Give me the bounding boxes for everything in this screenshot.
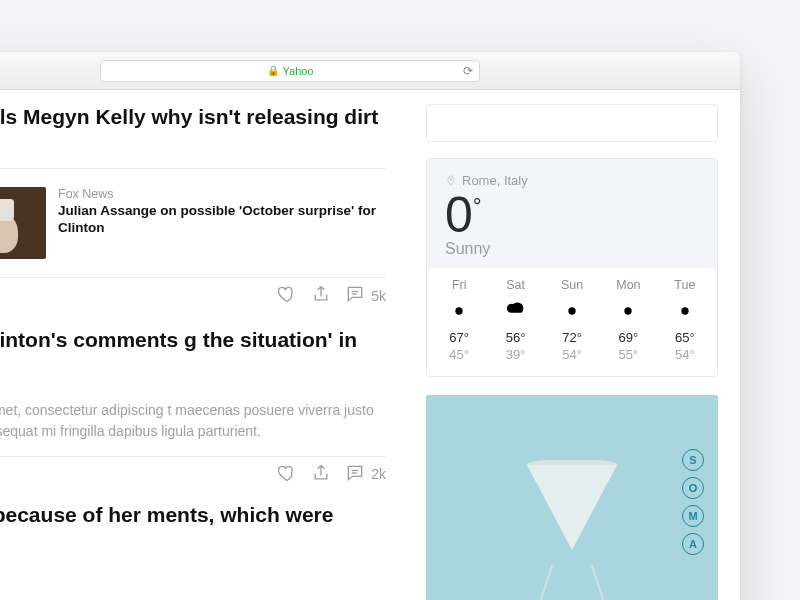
weather-location: Rome, Italy xyxy=(445,173,699,188)
forecast-day-label: Fri xyxy=(431,278,487,292)
forecast-day-label: Sun xyxy=(544,278,600,292)
forecast-high: 72° xyxy=(544,330,600,345)
share-icon[interactable] xyxy=(311,463,331,486)
ad-card[interactable]: SOMA xyxy=(426,395,718,600)
like-icon[interactable] xyxy=(277,284,297,307)
share-icon[interactable] xyxy=(311,284,331,307)
location-pin-icon xyxy=(445,175,457,187)
content-area: n Assange tells Megyn Kelly why isn't re… xyxy=(0,90,740,600)
article: n Assange tells Megyn Kelly why isn't re… xyxy=(0,104,386,323)
weather-icon xyxy=(431,298,487,324)
related-source: Fox News xyxy=(58,187,386,201)
comment-count: 2k xyxy=(371,466,386,482)
article-actions: 5k xyxy=(0,278,386,323)
article-headline[interactable]: ker: Hillary Clinton's comments g the si… xyxy=(0,327,386,377)
weather-location-text: Rome, Italy xyxy=(462,173,528,188)
browser-toolbar: 🔒 Yahoo ⟳ xyxy=(0,52,740,90)
article-headline[interactable]: e Solo's ban because of her ments, which… xyxy=(0,502,386,552)
main-column: n Assange tells Megyn Kelly why isn't re… xyxy=(0,90,410,600)
forecast-day-label: Tue xyxy=(657,278,713,292)
weather-current: Rome, Italy 0° Sunny xyxy=(427,159,717,268)
forecast-low: 55° xyxy=(600,347,656,362)
forecast-day-label: Sat xyxy=(487,278,543,292)
related-thumbnail xyxy=(0,187,46,259)
article: ker: Hillary Clinton's comments g the si… xyxy=(0,327,386,501)
forecast-day-label: Mon xyxy=(600,278,656,292)
site-label: Yahoo xyxy=(283,65,314,77)
weather-icon xyxy=(544,298,600,324)
browser-window: 🔒 Yahoo ⟳ n Assange tells Megyn Kelly wh… xyxy=(0,52,740,600)
lock-icon: 🔒 xyxy=(267,65,279,76)
weather-card[interactable]: Rome, Italy 0° Sunny Fri67°45°Sat56°39°S… xyxy=(426,158,718,377)
forecast-high: 69° xyxy=(600,330,656,345)
weather-icon xyxy=(657,298,713,324)
like-icon[interactable] xyxy=(277,463,297,486)
forecast-high: 65° xyxy=(657,330,713,345)
article-headline[interactable]: n Assange tells Megyn Kelly why isn't re… xyxy=(0,104,386,154)
ad-placeholder[interactable] xyxy=(426,104,718,142)
forecast-high: 56° xyxy=(487,330,543,345)
forecast-low: 45° xyxy=(431,347,487,362)
related-title: Julian Assange on possible 'October surp… xyxy=(58,203,386,237)
article-actions: 2k xyxy=(0,457,386,502)
weather-icon xyxy=(600,298,656,324)
forecast-day[interactable]: Tue65°54° xyxy=(657,278,713,362)
comment-icon[interactable] xyxy=(345,284,365,307)
forecast-day[interactable]: Sat56°39° xyxy=(487,278,543,362)
forecast-low: 54° xyxy=(657,347,713,362)
forecast-low: 39° xyxy=(487,347,543,362)
brand-letter: A xyxy=(682,533,704,555)
reload-icon[interactable]: ⟳ xyxy=(463,64,473,78)
comment-count: 5k xyxy=(371,288,386,304)
article: e Solo's ban because of her ments, which… xyxy=(0,502,386,552)
related-stories: aks to linton Fox News Julian Assange on… xyxy=(0,169,386,277)
weather-condition: Sunny xyxy=(445,240,699,258)
related-item[interactable]: Fox News Julian Assange on possible 'Oct… xyxy=(0,187,386,259)
forecast-day[interactable]: Sun72°54° xyxy=(544,278,600,362)
forecast-high: 67° xyxy=(431,330,487,345)
weather-forecast: Fri67°45°Sat56°39°Sun72°54°Mon69°55°Tue6… xyxy=(427,268,717,376)
weather-icon xyxy=(487,298,543,324)
sidebar-column: Rome, Italy 0° Sunny Fri67°45°Sat56°39°S… xyxy=(410,90,740,600)
brand-letter: S xyxy=(682,449,704,471)
ad-brand-logo: SOMA xyxy=(682,449,704,555)
brand-letter: O xyxy=(682,477,704,499)
brand-letter: M xyxy=(682,505,704,527)
forecast-low: 54° xyxy=(544,347,600,362)
forecast-day[interactable]: Mon69°55° xyxy=(600,278,656,362)
forecast-day[interactable]: Fri67°45° xyxy=(431,278,487,362)
svg-point-4 xyxy=(450,178,452,180)
article-excerpt: rem ipsum dolor sit amet, consectetur ad… xyxy=(0,392,386,456)
weather-temp: 0° xyxy=(445,190,699,240)
address-bar[interactable]: 🔒 Yahoo ⟳ xyxy=(100,60,480,82)
ad-product-image xyxy=(527,460,617,590)
comment-icon[interactable] xyxy=(345,463,365,486)
